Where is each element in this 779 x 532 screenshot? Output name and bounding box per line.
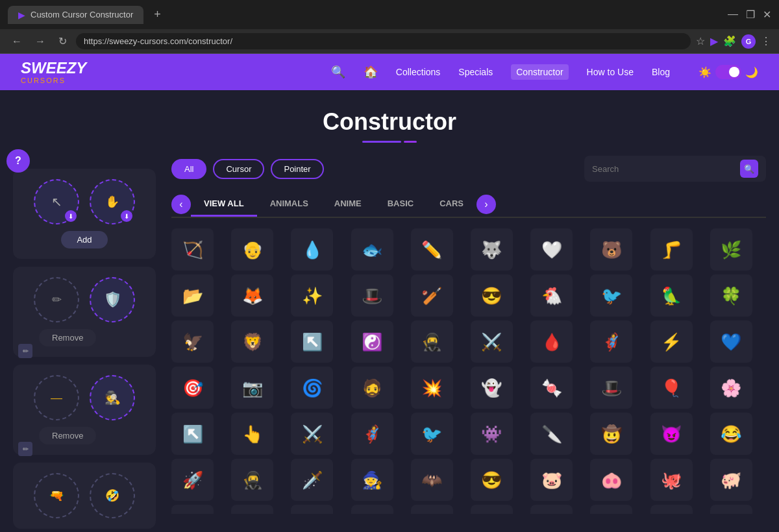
cursor-slot-1a[interactable]: ↖ ⬇: [34, 179, 79, 224]
cursor-item[interactable]: 🌸: [710, 367, 752, 409]
category-prev-button[interactable]: ‹: [171, 195, 191, 214]
cursor-item[interactable]: 🏏: [411, 274, 453, 317]
cursor-item[interactable]: 👆: [231, 413, 273, 455]
cursor-item[interactable]: 🐹: [650, 505, 693, 514]
remove-button-1[interactable]: Remove: [39, 329, 96, 346]
category-next-button[interactable]: ›: [476, 195, 496, 214]
cursor-item[interactable]: 😈: [650, 413, 693, 455]
extensions-icon[interactable]: 🧩: [723, 35, 736, 47]
browser-tab[interactable]: ▶ Custom Cursor Constructor: [8, 6, 143, 24]
cursor-item[interactable]: 🦹: [411, 505, 453, 514]
remove-button-2[interactable]: Remove: [39, 427, 96, 444]
cursor-item[interactable]: 🎩: [590, 367, 632, 409]
home-nav-icon[interactable]: 🏠: [364, 65, 378, 79]
constructor-link[interactable]: Constructor: [511, 64, 568, 80]
search-icon[interactable]: 🔍: [740, 160, 758, 178]
cursor-item[interactable]: ↖️: [171, 413, 214, 455]
theme-toggle[interactable]: ☀️ 🌙: [699, 65, 758, 79]
cursor-item[interactable]: 🐽: [590, 459, 632, 501]
specials-link[interactable]: Specials: [458, 67, 493, 77]
tab-basic[interactable]: BASIC: [375, 192, 427, 217]
cursor-item[interactable]: 🧔: [351, 367, 393, 409]
cursor-item[interactable]: 🐖: [710, 459, 752, 501]
maximize-button[interactable]: ❐: [746, 8, 755, 21]
cursor-item[interactable]: 💧: [291, 228, 333, 271]
cursor-item[interactable]: 🦅: [171, 320, 214, 363]
cursor-item[interactable]: ✨: [291, 274, 333, 317]
menu-icon[interactable]: ⋮: [761, 35, 771, 47]
cursor-item[interactable]: 🕵️: [231, 505, 273, 514]
cursor-item[interactable]: 🩸: [530, 320, 573, 363]
cursor-item[interactable]: 🍬: [530, 367, 573, 409]
cursor-item[interactable]: 👾: [471, 413, 513, 455]
cursor-item[interactable]: 🤠: [590, 413, 632, 455]
cursor-slot-1b[interactable]: ✋ ⬇: [90, 179, 135, 224]
cursor-item[interactable]: ☯️: [351, 320, 393, 363]
cursor-item[interactable]: 🤖: [530, 505, 573, 514]
cursor-item[interactable]: 🦜: [650, 274, 693, 317]
help-button[interactable]: ?: [6, 149, 30, 173]
tab-view-all[interactable]: VIEW ALL: [191, 192, 257, 217]
close-button[interactable]: ✕: [763, 8, 771, 21]
how-to-use-link[interactable]: How to Use: [587, 67, 634, 77]
cursor-item[interactable]: 🐻: [590, 228, 632, 271]
cursor-item[interactable]: 🐔: [530, 274, 573, 317]
cursor-item[interactable]: 📂: [171, 274, 214, 317]
filter-all-button[interactable]: All: [171, 159, 206, 179]
tab-anime[interactable]: ANIME: [321, 192, 375, 217]
cursor-item[interactable]: ⚡: [650, 320, 693, 363]
cursor-item[interactable]: 🦸: [590, 320, 632, 363]
cursor-item[interactable]: 🗡️: [291, 459, 333, 501]
cursor-item[interactable]: 🦊: [231, 274, 273, 317]
profile-button[interactable]: G: [741, 34, 756, 49]
filter-cursor-button[interactable]: Cursor: [213, 159, 264, 179]
cursor-item[interactable]: 💙: [710, 320, 752, 363]
cursor-item[interactable]: 🐟: [351, 228, 393, 271]
cursor-item[interactable]: 👻: [471, 367, 513, 409]
cursor-item[interactable]: 🐺: [471, 228, 513, 271]
cursor-item[interactable]: 😂: [710, 413, 752, 455]
cursor-item[interactable]: 🐷: [530, 459, 573, 501]
cursor-item[interactable]: 🐙: [650, 459, 693, 501]
cursor-item[interactable]: 🦇: [411, 459, 453, 501]
address-input[interactable]: [76, 33, 691, 49]
cursor-item[interactable]: 🌀: [291, 367, 333, 409]
cursor-slot-4b[interactable]: 🤣: [90, 473, 135, 518]
cursor-item[interactable]: 🧙: [351, 459, 393, 501]
cursor-item[interactable]: 👴: [231, 228, 273, 271]
cursor-item[interactable]: 🎈: [650, 367, 693, 409]
cursor-item[interactable]: 📷: [231, 367, 273, 409]
cursor-item[interactable]: 🎯: [171, 367, 214, 409]
minimize-button[interactable]: —: [728, 8, 738, 21]
new-tab-button[interactable]: +: [149, 5, 166, 24]
cursor-item[interactable]: 🐸: [590, 505, 632, 514]
cursor-item[interactable]: ⚔️: [291, 413, 333, 455]
collections-link[interactable]: Collections: [396, 67, 440, 77]
bookmark-icon[interactable]: ☆: [696, 35, 705, 47]
cursor-item[interactable]: 🦸: [351, 413, 393, 455]
cursor-item[interactable]: 🎮: [710, 505, 752, 514]
cursor-item[interactable]: 🦁: [231, 320, 273, 363]
cursor-item[interactable]: ✈️: [171, 505, 214, 514]
cursor-slot-3b[interactable]: 🕵️: [90, 375, 135, 420]
cursor-item[interactable]: 🦵: [650, 228, 693, 271]
cursor-item[interactable]: 😎: [471, 459, 513, 501]
tab-animals[interactable]: ANIMALS: [257, 192, 321, 217]
cursor-item[interactable]: 🏹: [171, 228, 214, 271]
search-nav-icon[interactable]: 🔍: [331, 65, 345, 79]
cursor-item[interactable]: 💥: [411, 367, 453, 409]
cursor-slot-2a[interactable]: ✏: [34, 277, 79, 322]
cursor-item[interactable]: 🎩: [351, 274, 393, 317]
edit-icon-2[interactable]: ✏: [18, 442, 32, 456]
cursor-item[interactable]: 🔪: [530, 413, 573, 455]
cursor-item[interactable]: 🐦: [411, 413, 453, 455]
cursor-item[interactable]: ⚗️: [291, 505, 333, 514]
cursor-slot-2b[interactable]: 🛡️: [90, 277, 135, 322]
cursor-item[interactable]: ↖️: [291, 320, 333, 363]
forward-button[interactable]: →: [31, 34, 49, 49]
edit-icon-1[interactable]: ✏: [18, 344, 32, 358]
dark-mode-toggle[interactable]: [715, 65, 741, 79]
add-button[interactable]: Add: [61, 231, 107, 248]
cursor-item[interactable]: 🍀: [710, 274, 752, 317]
cursor-item[interactable]: 🧝: [351, 505, 393, 514]
